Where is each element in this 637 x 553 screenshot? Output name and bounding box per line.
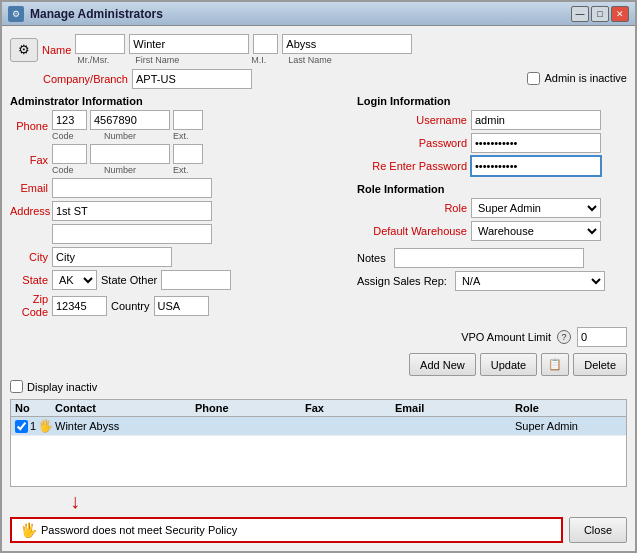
email-label: Email: [10, 182, 48, 194]
role-row: Role Super AdminAdminUser: [357, 198, 627, 218]
vpo-help-icon[interactable]: ?: [557, 330, 571, 344]
city-input[interactable]: [52, 247, 172, 267]
last-name-input[interactable]: [282, 34, 412, 54]
admin-inactive-checkbox[interactable]: [527, 72, 540, 85]
warehouse-row: Default Warehouse WarehouseMainSecondary: [357, 221, 627, 241]
phone-ext-input[interactable]: [173, 110, 203, 130]
window-close-button[interactable]: ✕: [611, 6, 629, 22]
re-enter-password-row: Re Enter Password: [357, 156, 627, 176]
username-input[interactable]: [471, 110, 601, 130]
fax-number-sub: Number: [88, 165, 166, 175]
last-name-sub-label: Last Name: [278, 55, 406, 65]
fax-ext-input[interactable]: [173, 144, 203, 164]
country-input[interactable]: [154, 296, 209, 316]
username-row: Username: [357, 110, 627, 130]
admin-inactive-label: Admin is inactive: [544, 72, 627, 84]
state-row: State AKALCA State Other: [10, 270, 347, 290]
window-icon: ⚙: [8, 6, 24, 22]
role-select[interactable]: Super AdminAdminUser: [471, 198, 601, 218]
company-label: Company/Branch: [43, 73, 128, 85]
vpo-row: VPO Amount Limit ?: [10, 327, 627, 347]
user-icon: 🖐: [38, 419, 53, 433]
mi-input[interactable]: [253, 34, 278, 54]
company-row: Company/Branch Admin is inactive: [10, 69, 627, 89]
minimize-button[interactable]: —: [571, 6, 589, 22]
update-button[interactable]: Update: [480, 353, 537, 376]
admin-table: No Contact Phone Fax Email Role 1 🖐 Wint…: [10, 399, 627, 487]
city-label: City: [10, 251, 48, 263]
sales-rep-select[interactable]: N/ARep 1Rep 2: [455, 271, 605, 291]
zip-input[interactable]: [52, 296, 107, 316]
first-name-input[interactable]: [129, 34, 249, 54]
phone-code-input[interactable]: [52, 110, 87, 130]
error-box: 🖐 Password does not meet Security Policy: [10, 517, 563, 543]
fax-label: Fax: [10, 154, 48, 166]
name-label: Name: [42, 44, 71, 56]
code-sub-label: Code: [52, 131, 85, 141]
login-info-header: Login Information: [357, 95, 627, 107]
action-buttons: Add New Update 📋 Delete: [10, 353, 627, 376]
role-info-header: Role Information: [357, 183, 627, 195]
icon-button[interactable]: 📋: [541, 353, 569, 376]
number-sub-label: Number: [88, 131, 166, 141]
email-input[interactable]: [52, 178, 212, 198]
notes-input[interactable]: [394, 248, 584, 268]
phone-number-input[interactable]: [90, 110, 170, 130]
fax-ext-sub: Ext.: [169, 165, 197, 175]
city-row: City: [10, 247, 347, 267]
state-label: State: [10, 274, 48, 286]
state-other-label: State Other: [101, 274, 157, 286]
col-header-contact: Contact: [55, 402, 195, 414]
row-number: 1: [30, 420, 36, 432]
fax-code-input[interactable]: [52, 144, 87, 164]
address-label: Address: [10, 205, 48, 217]
name-inputs: [75, 34, 412, 54]
password-row: Password: [357, 133, 627, 153]
window-title: Manage Administrators: [30, 7, 565, 21]
row-checkbox[interactable]: [15, 420, 28, 433]
name-row: ⚙ Name Mr./Msr. First Name M.I. Last Nam…: [10, 34, 627, 65]
mi-sub-label: M.I.: [251, 55, 274, 65]
gear-button[interactable]: ⚙: [10, 38, 38, 62]
title-bar: ⚙ Manage Administrators — □ ✕: [2, 2, 635, 26]
zip-label: ZipCode: [10, 293, 48, 319]
name-group: Mr./Msr. First Name M.I. Last Name: [75, 34, 412, 65]
re-enter-password-input[interactable]: [471, 156, 601, 176]
col-header-role: Role: [515, 402, 615, 414]
state-other-input[interactable]: [161, 270, 231, 290]
display-inactive-checkbox[interactable]: [10, 380, 23, 393]
re-enter-password-label: Re Enter Password: [357, 160, 467, 172]
title-bar-buttons: — □ ✕: [571, 6, 629, 22]
country-label: Country: [111, 300, 150, 312]
error-message: Password does not meet Security Policy: [41, 524, 237, 536]
fax-code-sub: Code: [52, 165, 85, 175]
vpo-label: VPO Amount Limit: [461, 331, 551, 343]
mr-input[interactable]: [75, 34, 125, 54]
maximize-button[interactable]: □: [591, 6, 609, 22]
vpo-input[interactable]: [577, 327, 627, 347]
fax-number-input[interactable]: [90, 144, 170, 164]
admin-inactive-row: Admin is inactive: [527, 72, 627, 85]
col-header-no: No: [15, 402, 55, 414]
warehouse-label: Default Warehouse: [357, 225, 467, 237]
password-input[interactable]: [471, 133, 601, 153]
add-new-button[interactable]: Add New: [409, 353, 476, 376]
login-info-col: Login Information Username Password Re E…: [357, 93, 627, 319]
warehouse-select[interactable]: WarehouseMainSecondary: [471, 221, 601, 241]
col-header-email: Email: [395, 402, 515, 414]
close-button[interactable]: Close: [569, 517, 627, 543]
table-row[interactable]: 1 🖐 Winter Abyss Super Admin: [11, 417, 626, 436]
company-input[interactable]: [132, 69, 252, 89]
state-select[interactable]: AKALCA: [52, 270, 97, 290]
error-icon: 🖐: [20, 522, 37, 538]
main-content: ⚙ Name Mr./Msr. First Name M.I. Last Nam…: [2, 26, 635, 551]
address2-input[interactable]: [52, 224, 212, 244]
role-label: Role: [357, 202, 467, 214]
row-contact: Winter Abyss: [55, 420, 195, 432]
col-header-phone: Phone: [195, 402, 305, 414]
address1-input[interactable]: [52, 201, 212, 221]
down-arrow-indicator: ↓: [10, 491, 627, 511]
delete-button[interactable]: Delete: [573, 353, 627, 376]
sales-rep-row: Assign Sales Rep: N/ARep 1Rep 2: [357, 271, 627, 291]
display-inactive-row: Display inactiv: [10, 380, 627, 393]
